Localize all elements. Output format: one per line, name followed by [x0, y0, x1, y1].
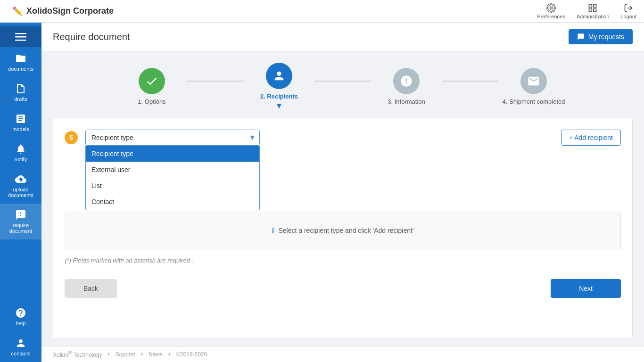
content-area: Require document My requests 1. Options: [41, 23, 644, 362]
sidebar-item-notify[interactable]: notify: [0, 138, 41, 168]
recipient-row: 5 Recipient type External user List Cont…: [65, 130, 621, 146]
logout-button[interactable]: Logout: [620, 3, 636, 19]
footer-copyright: ©2019-2020: [176, 351, 207, 358]
main-card: 5 Recipient type External user List Cont…: [53, 118, 633, 338]
step-1: 1. Options: [116, 68, 187, 105]
administration-label: Administration: [577, 14, 610, 19]
sidebar-item-documents-label: documents: [8, 66, 33, 72]
preferences-label: Preferences: [537, 14, 565, 19]
stepper: 1. Options 2. Recipients ▼: [116, 63, 569, 110]
svg-rect-1: [589, 4, 592, 7]
back-button[interactable]: Back: [65, 279, 117, 298]
nav-buttons: Back Next: [65, 279, 621, 298]
top-bar: ✏️ XolidoSign Corporate Preferences Admi…: [0, 0, 644, 23]
required-note: (*) Fields marked with an asterisk are r…: [65, 257, 621, 264]
dropdown-item-external-user[interactable]: External user: [86, 162, 259, 178]
step-4: 4. Shipment completed: [498, 68, 569, 105]
step-2: 2. Recipients ▼: [244, 63, 314, 110]
info-icon: ℹ: [272, 226, 274, 235]
sidebar-item-models-label: models: [12, 126, 29, 132]
svg-rect-4: [589, 8, 592, 11]
dropdown-item-contact[interactable]: Contact: [86, 194, 259, 210]
recipient-select-wrapper: Recipient type External user List Contac…: [85, 130, 260, 146]
step-4-circle: [520, 68, 547, 94]
sidebar-item-documents[interactable]: documents: [0, 47, 41, 77]
sidebar-item-require-label: require document: [2, 222, 40, 234]
app-logo: ✏️ XolidoSign Corporate: [12, 6, 114, 16]
svg-rect-7: [15, 36, 26, 38]
step-4-label: 4. Shipment completed: [503, 98, 565, 105]
sidebar-item-require[interactable]: require document: [0, 204, 41, 239]
preferences-button[interactable]: Preferences: [537, 3, 565, 19]
info-area: ℹ Select a recipient type and click 'Add…: [65, 212, 621, 249]
sidebar-item-help-label: help: [16, 321, 26, 326]
step-2-arrow: ▼: [275, 102, 283, 110]
sidebar-item-upload[interactable]: upload documents: [0, 168, 41, 204]
next-button[interactable]: Next: [551, 279, 621, 298]
info-text: Select a recipient type and click 'Add r…: [278, 227, 413, 234]
step-connector-3: [442, 81, 498, 82]
logout-label: Logout: [620, 14, 636, 19]
step-1-label: 1. Options: [138, 98, 165, 105]
sidebar-item-contacts-label: contacts: [11, 351, 31, 356]
add-recipient-button[interactable]: + Add recipient: [561, 130, 621, 146]
my-requests-button[interactable]: My requests: [569, 29, 633, 44]
sidebar-item-notify-label: notify: [15, 156, 27, 162]
step-badge: 5: [65, 131, 78, 144]
footer-news-link[interactable]: News: [149, 351, 163, 358]
svg-rect-2: [594, 4, 596, 7]
step-2-label: 2. Recipients: [260, 93, 298, 100]
sidebar-item-drafts[interactable]: drafts: [0, 77, 41, 107]
pencil-icon: ✏️: [12, 6, 23, 16]
step-connector-1: [187, 81, 244, 82]
step-2-circle: [266, 63, 292, 89]
sidebar: documents drafts models notify upload do…: [0, 23, 41, 362]
hamburger-menu[interactable]: [0, 26, 41, 47]
svg-rect-8: [15, 40, 26, 41]
recipient-type-select[interactable]: Recipient type External user List Contac…: [85, 130, 260, 146]
step-3-label: 3. Information: [388, 98, 425, 105]
sidebar-item-drafts-label: drafts: [14, 96, 27, 102]
step-3-circle: [393, 68, 420, 94]
sidebar-item-upload-label: upload documents: [2, 187, 40, 198]
page-title: Require document: [53, 32, 569, 42]
sidebar-item-models[interactable]: models: [0, 107, 41, 138]
administration-button[interactable]: Administration: [577, 3, 610, 19]
stepper-area: 1. Options 2. Recipients ▼: [41, 51, 644, 118]
step-3: 3. Information: [371, 68, 442, 105]
page-header: Require document My requests: [41, 23, 644, 51]
dropdown-item-recipient-type[interactable]: Recipient type: [86, 146, 259, 162]
footer: Xolido® Technology • Support • News • ©2…: [41, 346, 644, 362]
recipient-dropdown[interactable]: Recipient type External user List Contac…: [85, 146, 260, 210]
step-connector-2: [314, 81, 371, 82]
my-requests-label: My requests: [588, 33, 624, 41]
main-layout: documents drafts models notify upload do…: [0, 23, 644, 362]
footer-brand: Xolido® Technology: [53, 350, 102, 358]
sidebar-item-help[interactable]: help: [0, 302, 41, 332]
svg-rect-6: [15, 33, 26, 34]
sidebar-item-contacts[interactable]: contacts: [0, 332, 41, 362]
step-1-circle: [139, 68, 165, 94]
svg-point-0: [550, 7, 552, 9]
dropdown-item-list[interactable]: List: [86, 178, 259, 194]
app-title: XolidoSign Corporate: [26, 6, 114, 16]
footer-support-link[interactable]: Support: [116, 351, 135, 358]
svg-rect-3: [594, 8, 596, 11]
top-bar-actions: Preferences Administration Logout: [537, 3, 636, 19]
